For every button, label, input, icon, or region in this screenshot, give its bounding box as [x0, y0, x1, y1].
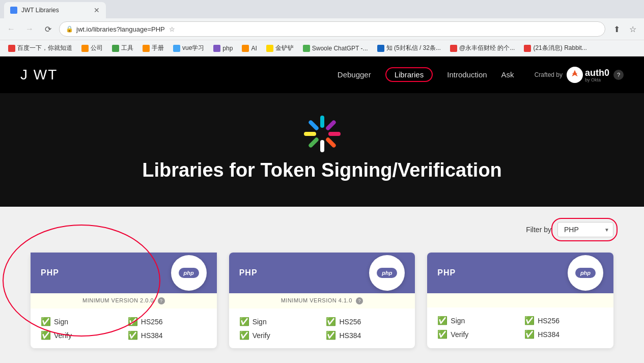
- feature-verify-3: ✅ Verify: [437, 329, 516, 339]
- bookmark-icon: [450, 45, 457, 52]
- nav-libraries[interactable]: Libraries: [385, 67, 433, 82]
- nav-introduction[interactable]: Introduction: [447, 70, 487, 79]
- filter-bar: Filter by PHP All JavaScript Python Java…: [31, 222, 613, 237]
- svg-rect-3: [328, 132, 341, 136]
- url-text: jwt.io/libraries?language=PHP: [76, 25, 165, 33]
- card-header-3: PHP php: [427, 253, 613, 293]
- share-button[interactable]: ⬆: [609, 22, 624, 36]
- bookmark-label: Swoole ChatGPT -...: [312, 45, 368, 52]
- bookmark-icon: [377, 45, 384, 52]
- logo-text: J WT: [20, 67, 58, 82]
- filter-select[interactable]: PHP All JavaScript Python Java Ruby Go R…: [557, 222, 613, 237]
- card-header-2: PHP php: [229, 253, 415, 293]
- feature-label: HS256: [339, 318, 361, 326]
- version-text-2: MINIMUM VERSION 4.1.0: [281, 297, 352, 303]
- feature-hs384-1: ✅ HS384: [128, 330, 207, 340]
- address-bar[interactable]: 🔒 jwt.io/libraries?language=PHP ☆: [59, 21, 605, 37]
- browser-tab[interactable]: JWT Libraries ✕: [4, 2, 106, 18]
- crafted-by: Crafted by auth0 by Okta ?: [535, 67, 624, 83]
- feature-label: Sign: [451, 317, 465, 325]
- tab-close-button[interactable]: ✕: [94, 6, 100, 14]
- bookmark-gold[interactable]: 金铲铲: [262, 43, 298, 53]
- star-button[interactable]: ☆: [626, 22, 640, 36]
- library-card-2[interactable]: PHP php MINIMUM VERSION 4.1.0 ? ✅ Sign ✅…: [229, 253, 415, 348]
- content-area: Filter by PHP All JavaScript Python Java…: [0, 207, 644, 363]
- feature-label: Verify: [253, 331, 270, 340]
- browser-tabs: JWT Libraries ✕: [0, 0, 644, 18]
- bookmark-label: 百度一下，你就知道: [17, 44, 72, 52]
- bookmark-weibo[interactable]: @永丰佰财经 的个...: [446, 43, 519, 53]
- bookmark-label: 工具: [121, 44, 133, 52]
- bookmark-icon: [8, 45, 15, 52]
- forward-button[interactable]: →: [22, 22, 37, 36]
- version-info-icon-1[interactable]: ?: [158, 297, 165, 304]
- php-badge-1: php: [179, 268, 199, 278]
- nav-ask[interactable]: Ask: [501, 70, 514, 79]
- auth0-logo: auth0 by Okta: [567, 67, 609, 83]
- reload-button[interactable]: ⟳: [41, 22, 55, 36]
- feature-verify-2: ✅ Verify: [239, 330, 318, 340]
- bookmark-label: AI: [251, 45, 257, 52]
- help-icon[interactable]: ?: [613, 70, 624, 80]
- check-icon: ✅: [41, 317, 51, 326]
- back-button[interactable]: ←: [4, 22, 18, 36]
- card-version-3: [427, 293, 613, 308]
- bookmark-php[interactable]: php: [209, 44, 237, 53]
- check-icon: ✅: [239, 317, 249, 326]
- bookmark-baidu[interactable]: 百度一下，你就知道: [4, 43, 76, 53]
- nav-debugger[interactable]: Debugger: [338, 70, 371, 79]
- bookmark-swoole[interactable]: Swoole ChatGPT -...: [299, 44, 372, 53]
- bookmark-tools[interactable]: 工具: [108, 43, 137, 53]
- check-icon: ✅: [326, 317, 336, 326]
- feature-hs384-3: ✅ HS384: [524, 329, 603, 339]
- svg-rect-5: [320, 140, 324, 152]
- bookmark-label: 手册: [152, 44, 164, 52]
- version-info-icon-2[interactable]: ?: [356, 297, 363, 304]
- card-php-logo-1: php: [171, 255, 207, 291]
- bookmark-zhihu[interactable]: 知 (5封私信 / 32条...: [373, 43, 445, 53]
- check-icon: ✅: [524, 329, 535, 339]
- feature-label: Verify: [451, 330, 468, 339]
- feature-verify-1: ✅ Verify: [41, 330, 120, 340]
- feature-label: HS256: [538, 317, 559, 325]
- bookmark-label: 知 (5封私信 / 32条...: [386, 44, 441, 52]
- bookmark-ai[interactable]: AI: [238, 44, 261, 53]
- card-features-1: ✅ Sign ✅ HS256 ✅ Verify ✅ HS384: [31, 309, 217, 348]
- bookmark-icon: [266, 45, 273, 52]
- check-icon: ✅: [239, 330, 249, 340]
- bookmarks-bar: 百度一下，你就知道 公司 工具 手册 vue学习 php AI 金铲铲: [0, 40, 644, 56]
- svg-rect-7: [304, 132, 316, 136]
- bookmark-rabbit[interactable]: (21条消息) Rabbit...: [520, 43, 591, 53]
- php-badge-2: php: [377, 268, 397, 278]
- feature-hs256-1: ✅ HS256: [128, 317, 207, 326]
- bookmark-vue[interactable]: vue学习: [169, 43, 208, 53]
- site-logo[interactable]: J WT: [20, 67, 58, 83]
- crafted-by-label: Crafted by: [535, 71, 563, 78]
- bookmark-icon: [173, 45, 180, 52]
- feature-label: HS384: [141, 331, 163, 340]
- bookmark-label: 公司: [91, 44, 103, 52]
- svg-rect-4: [325, 137, 337, 149]
- bookmark-label: (21条消息) Rabbit...: [533, 44, 586, 52]
- feature-hs256-3: ✅ HS256: [524, 316, 603, 325]
- feature-label: Sign: [253, 318, 267, 326]
- check-icon: ✅: [41, 330, 51, 340]
- library-card-1[interactable]: PHP php MINIMUM VERSION 2.0.0 ? ✅ Sign ✅…: [31, 253, 217, 348]
- feature-label: Verify: [54, 331, 72, 340]
- okta-text: by Okta: [585, 77, 609, 82]
- bookmark-icon: [112, 45, 119, 52]
- hero-section: Libraries for Token Signing/Verification: [0, 93, 644, 207]
- svg-rect-1: [320, 116, 324, 128]
- library-card-3[interactable]: PHP php ✅ Sign ✅ HS256 ✅ Veri: [427, 253, 613, 348]
- card-header-1: PHP php: [31, 253, 217, 293]
- bookmark-icon: [524, 45, 531, 52]
- check-icon: ✅: [437, 329, 447, 339]
- bookmark-star-icon[interactable]: ☆: [169, 25, 175, 33]
- filter-label: Filter by: [526, 226, 551, 234]
- bookmark-company[interactable]: 公司: [77, 43, 107, 53]
- feature-label: HS384: [538, 330, 559, 339]
- bookmark-label: php: [222, 45, 233, 52]
- card-php-logo-2: php: [369, 255, 405, 291]
- tab-title: JWT Libraries: [21, 7, 59, 14]
- bookmark-manual[interactable]: 手册: [138, 43, 168, 53]
